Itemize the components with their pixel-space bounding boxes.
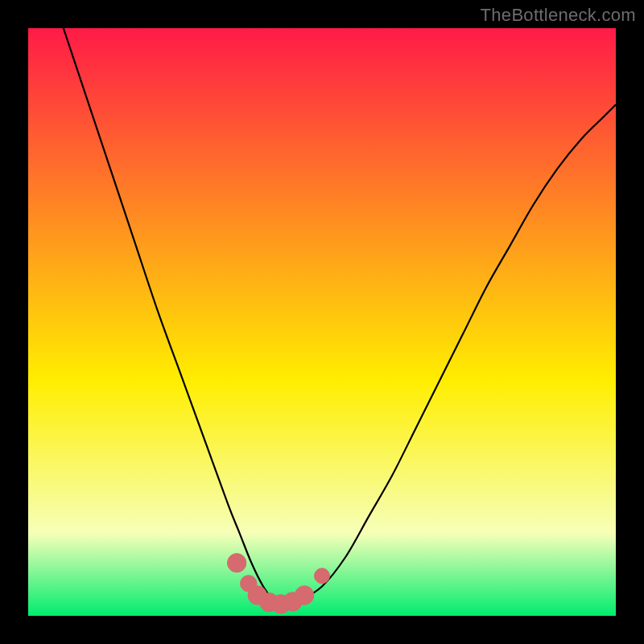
gradient-background — [28, 28, 616, 616]
plot-area — [28, 28, 616, 616]
watermark-text: TheBottleneck.com — [481, 5, 636, 26]
curve-marker — [315, 568, 330, 584]
chart-svg — [28, 28, 616, 616]
chart-frame: TheBottleneck.com — [0, 0, 644, 644]
curve-marker — [227, 554, 246, 572]
curve-marker — [295, 586, 313, 605]
